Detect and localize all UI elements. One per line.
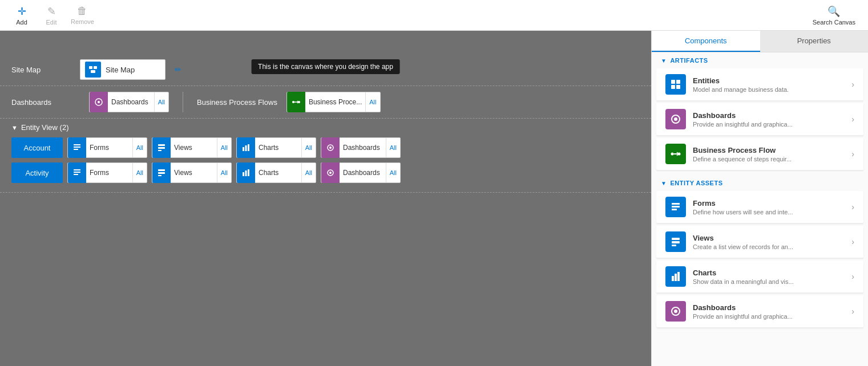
activity-charts-icon <box>237 162 255 183</box>
asset-views-name: Views <box>693 234 851 242</box>
svg-rect-1 <box>94 66 97 69</box>
svg-rect-23 <box>158 175 162 176</box>
svg-point-34 <box>674 117 677 121</box>
svg-rect-18 <box>74 169 80 170</box>
dashboards-bpf-row: Dashboards Dashboards All Business Proce… <box>0 86 651 119</box>
entities-text: Entities Model and manage business data. <box>693 76 851 93</box>
bpf-comp-all[interactable]: All <box>365 92 380 112</box>
svg-rect-30 <box>676 80 680 84</box>
asset-views-text: Views Create a list view of records for … <box>693 234 851 250</box>
asset-dashboards-chevron-icon: › <box>851 307 854 316</box>
account-charts-icon <box>237 137 255 158</box>
artifacts-section-header: ▼ ARTIFACTS <box>652 52 868 68</box>
activity-charts-card[interactable]: Charts All <box>236 162 316 183</box>
sitemap-comp-label: Site Map <box>106 66 135 74</box>
svg-rect-26 <box>248 169 249 176</box>
svg-rect-37 <box>672 203 680 205</box>
bpf-text: Business Process Flow Define a sequence … <box>693 146 851 162</box>
sitemap-edit-button[interactable]: ✏ <box>175 65 181 74</box>
account-forms-card[interactable]: Forms All <box>67 137 147 158</box>
svg-rect-22 <box>158 172 165 174</box>
account-forms-all[interactable]: All <box>132 138 147 157</box>
activity-dashboards-all[interactable]: All <box>386 163 400 182</box>
artifact-entities[interactable]: Entities Model and manage business data.… <box>656 68 863 101</box>
activity-views-card[interactable]: Views All <box>152 162 232 183</box>
artifact-dashboards-chevron-icon: › <box>851 115 854 124</box>
search-canvas-button[interactable]: 🔍 Search Canvas <box>807 3 861 28</box>
entity-assets-chevron-icon: ▼ <box>661 180 667 186</box>
right-panel: Components Properties ▼ ARTIFACTS Entiti… <box>651 31 868 366</box>
entities-name: Entities <box>693 76 851 85</box>
edit-label: Edit <box>46 19 57 26</box>
svg-rect-14 <box>245 145 247 151</box>
toolbar: ✛ Add ✎ Edit 🗑 Remove 🔍 Search Canvas <box>0 0 868 31</box>
asset-charts-desc: Show data in a meaningful and vis... <box>693 278 851 285</box>
svg-rect-11 <box>158 147 165 149</box>
sitemap-icon <box>85 62 101 78</box>
remove-icon: 🗑 <box>77 5 87 17</box>
account-views-all[interactable]: All <box>217 138 231 157</box>
account-charts-all[interactable]: All <box>301 138 316 157</box>
activity-forms-card[interactable]: Forms All <box>67 162 147 183</box>
asset-forms[interactable]: Forms Define how users will see and inte… <box>656 191 863 223</box>
edit-icon: ✎ <box>47 5 56 18</box>
account-views-label: Views <box>171 144 217 152</box>
entity-view-header[interactable]: ▼ Entity View (2) <box>11 123 640 132</box>
svg-rect-41 <box>672 241 680 243</box>
entities-chevron-icon: › <box>851 80 854 89</box>
sitemap-component[interactable]: Site Map <box>80 59 165 80</box>
sitemap-row: Site Map Site Map ✏ <box>0 54 651 86</box>
add-button[interactable]: ✛ Add <box>7 2 37 29</box>
activity-entity-button[interactable]: Activity <box>11 162 63 183</box>
asset-dashboards[interactable]: Dashboards Provide an insightful and gra… <box>656 295 863 328</box>
activity-dashboards-label: Dashboards <box>340 169 386 177</box>
main-layout: This is the canvas where you design the … <box>0 31 868 366</box>
asset-charts[interactable]: Charts Show data in a meaningful and vis… <box>656 261 863 293</box>
dashboards-comp-all[interactable]: All <box>154 92 168 112</box>
artifact-dashboards-text: Dashboards Provide an insightful and gra… <box>693 111 851 128</box>
svg-rect-2 <box>91 70 95 73</box>
edit-button[interactable]: ✎ Edit <box>37 2 66 29</box>
activity-dashboards-icon <box>321 162 340 183</box>
svg-rect-25 <box>245 170 247 176</box>
activity-views-icon <box>152 162 171 183</box>
remove-label: Remove <box>71 18 94 25</box>
account-dashboards-all[interactable]: All <box>386 138 400 157</box>
artifact-bpf[interactable]: Business Process Flow Define a sequence … <box>656 138 863 170</box>
account-entity-button[interactable]: Account <box>11 137 63 158</box>
artifact-dashboards[interactable]: Dashboards Provide an insightful and gra… <box>656 103 863 136</box>
entity-assets-section-header: ▼ ENTITY ASSETS <box>652 175 868 191</box>
bpf-row-label: Business Process Flows <box>197 98 277 107</box>
activity-forms-icon <box>68 162 86 183</box>
svg-rect-42 <box>672 245 676 246</box>
asset-dashboards-icon <box>665 301 686 322</box>
activity-charts-all[interactable]: All <box>301 163 316 182</box>
account-charts-card[interactable]: Charts All <box>236 137 316 158</box>
svg-rect-32 <box>676 85 680 89</box>
asset-views[interactable]: Views Create a list view of records for … <box>656 226 863 258</box>
svg-point-4 <box>98 101 100 103</box>
svg-point-17 <box>329 147 332 149</box>
canvas-scroll[interactable]: This is the canvas where you design the … <box>0 31 651 366</box>
tab-components[interactable]: Components <box>652 31 760 52</box>
svg-rect-20 <box>74 174 78 175</box>
asset-views-desc: Create a list view of records for an... <box>693 243 851 250</box>
tab-properties[interactable]: Properties <box>760 31 869 52</box>
remove-button[interactable]: 🗑 Remove <box>66 2 99 29</box>
asset-dashboards-text: Dashboards Provide an insightful and gra… <box>693 303 851 320</box>
activity-views-all[interactable]: All <box>217 163 231 182</box>
activity-charts-label: Charts <box>255 169 301 177</box>
svg-rect-29 <box>671 80 675 84</box>
svg-rect-8 <box>74 147 80 148</box>
account-views-card[interactable]: Views All <box>152 137 232 158</box>
bpf-comp-card[interactable]: Business Proce... All <box>286 92 381 112</box>
account-dashboards-card[interactable]: Dashboards All <box>321 137 401 158</box>
activity-dashboards-card[interactable]: Dashboards All <box>321 162 401 183</box>
asset-dashboards-name: Dashboards <box>693 303 851 312</box>
svg-rect-21 <box>158 169 165 171</box>
svg-point-5 <box>292 101 294 103</box>
svg-rect-0 <box>89 66 92 69</box>
activity-forms-label: Forms <box>86 169 132 177</box>
activity-forms-all[interactable]: All <box>132 163 147 182</box>
dashboards-comp-card[interactable]: Dashboards All <box>89 92 169 112</box>
